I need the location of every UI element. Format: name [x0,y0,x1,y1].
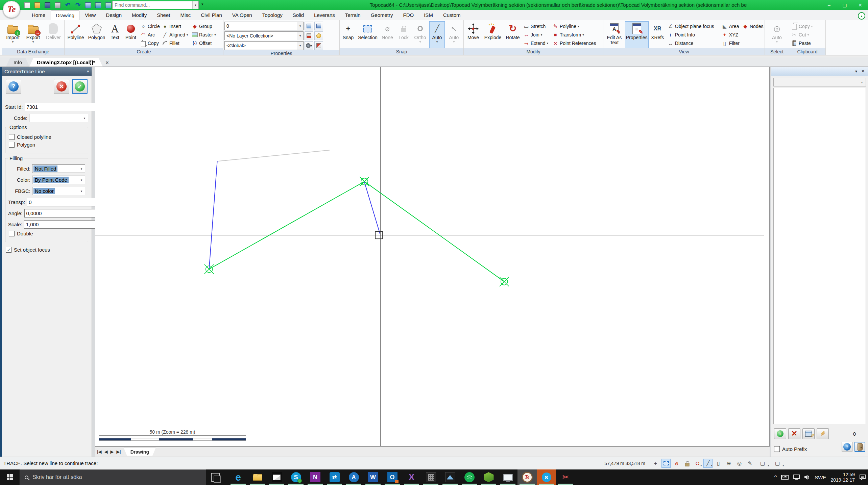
language-indicator[interactable]: SWE [815,475,826,480]
highlight-style-button[interactable] [314,31,323,40]
find-command-dropdown-icon[interactable]: ▾ [192,1,198,9]
menu-tab-va-open[interactable]: VA Open [227,10,257,20]
taskbar-search-input[interactable] [32,474,206,480]
exit-button[interactable] [854,442,865,452]
panel-header[interactable]: Create\Trace Line▾ [2,67,92,76]
transform-button[interactable]: ■Transform▾ [551,31,602,39]
ortho-button[interactable]: O Ortho▾ [412,21,428,48]
menu-tab-custom[interactable]: Custom [438,10,465,20]
add-button[interactable]: + [774,428,786,439]
select-auto-button[interactable]: ◎ Auto▾ [768,21,787,48]
code-combobox[interactable]: ▾ [29,114,88,122]
menu-tab-ism[interactable]: ISM [419,10,438,20]
network-icon[interactable] [793,475,800,480]
status-selection-button[interactable] [661,459,671,468]
color-combobox[interactable]: By Point Code▾ [32,176,85,184]
taskbar-teamviewer-button[interactable]: ⇄ [325,469,344,485]
modify-polyline-button[interactable]: ✎Polyline▾ [551,22,602,30]
menu-tab-geometry[interactable]: Geometry [366,10,398,20]
redo-button[interactable]: ↷ [74,1,82,9]
xyz-button[interactable]: +XYZ [721,31,741,39]
clipboard-copy-button[interactable]: Copy▾ [790,22,824,30]
menu-tab-misc[interactable]: Misc [175,10,195,20]
status-snap-none-button[interactable]: ⌀ [672,459,681,468]
toolbar-overflow-icon[interactable]: ▾ [201,2,203,6]
edit-button[interactable]: ✎ [817,428,829,439]
save-button[interactable] [43,1,52,9]
taskbar-calculator-button[interactable] [421,469,440,485]
taskbar-spotify-button[interactable] [460,469,479,485]
menu-tab-solid[interactable]: Solid [288,10,309,20]
offset-button[interactable]: Offset [191,39,218,47]
minimize-button[interactable]: – [821,0,837,10]
print-button[interactable] [53,1,62,9]
find-command-combobox[interactable]: ▾ [112,1,199,9]
move-button[interactable]: Move [465,21,482,48]
distance-button[interactable]: ↔Distance [667,39,720,47]
right-panel-dropdown-icon[interactable]: ▾ [855,69,857,74]
nodes-button[interactable]: ◆Nodes [741,22,764,30]
copy-button[interactable]: Copy [139,39,160,47]
taskbar-skype-call-button[interactable]: S [537,469,556,485]
taskbar-edge-button[interactable]: e [228,469,248,485]
undo-button[interactable]: ↶ [64,1,72,9]
properties-button[interactable]: ≡✎ Properties [625,21,649,48]
right-panel-combobox[interactable]: ▾ [773,78,866,86]
status-pan-button[interactable]: ⊕ [724,459,733,468]
global-style-combobox[interactable]: <Global>▾ [224,41,304,50]
sheet-nav-last-icon[interactable]: ▶| [116,449,121,454]
open-button[interactable] [33,1,42,9]
start-id-input[interactable] [25,103,96,111]
status-sketch-button[interactable]: ✎ [745,459,754,468]
clipboard-cut-button[interactable]: ✂Cut▾ [790,31,824,39]
menu-tab-view[interactable]: View [80,10,100,20]
find-command-input[interactable] [113,2,192,8]
ribbon-collapse-button[interactable]: ▴ [858,12,865,20]
angle-input[interactable] [24,209,96,218]
right-panel-list[interactable] [773,88,866,424]
stretch-button[interactable]: ▭Stretch [522,22,551,30]
touch-keyboard-icon[interactable] [781,475,789,480]
closed-polyline-checkbox[interactable]: Closed polyline [9,134,85,140]
edit-table-button[interactable]: ✎ [802,428,815,439]
close-button[interactable]: ✕ [852,0,868,10]
set-object-focus-checkbox[interactable]: ✓Set object focus [6,247,88,253]
status-snap-lock-button[interactable] [682,459,692,468]
action-center-icon[interactable] [859,474,866,480]
rotate-button[interactable]: ↻ Rotate [504,21,522,48]
topocad-logo[interactable]: Te [3,1,20,18]
raster-button[interactable]: Raster▾ [191,31,218,39]
group-button[interactable]: ◆Group [191,22,218,30]
drawing-view[interactable] [95,67,769,446]
menu-tab-drawing[interactable]: Drawing [51,10,79,20]
transp-input[interactable] [27,198,98,206]
status-grid-button[interactable]: ▯ [714,459,723,468]
menu-tab-design[interactable]: Design [101,10,126,20]
status-snap-button[interactable]: + [651,459,660,468]
arc-button[interactable]: ◠Arc [139,31,160,39]
help-button[interactable]: ? [6,79,21,94]
xrefs-button[interactable]: XR XRefs [649,21,666,48]
snap-none-button[interactable]: ⌀ None [380,21,395,48]
send-button[interactable] [84,1,92,9]
panel-help-button[interactable]: ? [842,442,852,452]
menu-tab-leverans[interactable]: Leverans [309,10,340,20]
taskbar-topocad-button[interactable]: Te [517,469,537,485]
taskbar-mail-button[interactable] [267,469,286,485]
text-button[interactable]: A Text [107,21,122,48]
layer-properties-button[interactable] [305,22,313,30]
taskbar-snipping-button[interactable]: ✂ [556,469,575,485]
join-button[interactable]: ↔Join▾ [522,31,551,39]
maximize-button[interactable]: ▢ [837,0,852,10]
menu-tab-sheet[interactable]: Sheet [152,10,175,20]
fbgc-combobox[interactable]: No color▾ [32,187,85,195]
sheet-nav-prev-icon[interactable]: ◀ [104,449,107,454]
filter-button[interactable]: ▯Filter [721,39,741,47]
snap-button[interactable]: + Snap [341,21,356,48]
import-button[interactable]: ↓ Import▾ [3,21,23,48]
refresh-view-button[interactable] [94,1,102,9]
polygon-checkbox[interactable]: Polygon [9,142,85,148]
taskbar-word-button[interactable]: W [363,469,383,485]
export-button[interactable]: → Export▾ [23,21,43,48]
insert-button[interactable]: ●Insert [161,22,190,30]
